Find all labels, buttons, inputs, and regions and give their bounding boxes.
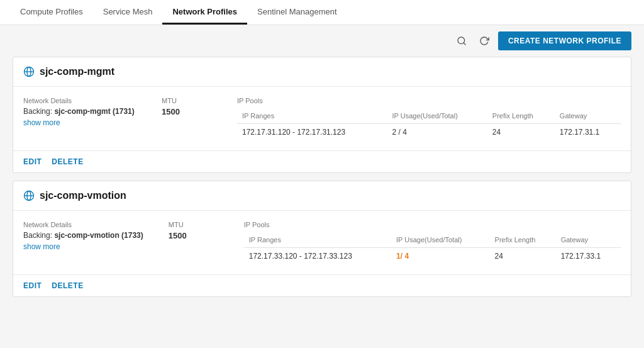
profile-body-1: Network Details Backing: sjc-comp-mgmt (… — [13, 87, 631, 150]
col-ip-usage-2: IP Usage(Used/Total) — [391, 233, 490, 248]
ip-usage-value-1: 2 / 4 — [387, 124, 487, 141]
ip-pools-section-1: IP Pools IP Ranges IP Usage(Used/Total) … — [237, 97, 621, 140]
col-ip-ranges-1: IP Ranges — [237, 109, 387, 124]
profile-footer-1: EDIT DELETE — [13, 150, 631, 172]
ip-table-2: IP Ranges IP Usage(Used/Total) Prefix Le… — [244, 233, 621, 264]
mtu-label-1: MTU — [162, 97, 212, 104]
profile-title-2: sjc-comp-vmotion — [40, 190, 126, 201]
backing-label-2: Backing: — [23, 231, 52, 240]
col-gateway-1: Gateway — [555, 109, 621, 124]
top-nav: Compute Profiles Service Mesh Network Pr… — [0, 0, 644, 25]
ip-ranges-value-1: 172.17.31.120 - 172.17.31.123 — [237, 124, 387, 141]
mtu-label-2: MTU — [169, 221, 219, 228]
col-prefix-length-2: Prefix Length — [490, 233, 556, 248]
show-more-link-1[interactable]: show more — [23, 118, 136, 127]
backing-name-1: sjc-comp-mgmt (1731) — [54, 107, 134, 116]
tab-sentinel-management[interactable]: Sentinel Management — [247, 1, 347, 25]
col-ip-usage-1: IP Usage(Used/Total) — [387, 109, 487, 124]
delete-button-2[interactable]: DELETE — [52, 281, 83, 290]
profile-header-2: sjc-comp-vmotion — [13, 181, 631, 211]
profile-title-1: sjc-comp-mgmt — [40, 66, 114, 77]
network-details-label-1: Network Details — [23, 97, 136, 104]
backing-label-1: Backing: — [23, 107, 52, 116]
col-gateway-2: Gateway — [556, 233, 621, 248]
ip-pools-section-2: IP Pools IP Ranges IP Usage(Used/Total) … — [244, 221, 621, 264]
show-more-link-2[interactable]: show more — [23, 242, 143, 251]
svg-line-1 — [464, 43, 465, 45]
network-details-label-2: Network Details — [23, 221, 143, 228]
network-details-2: Network Details Backing: sjc-comp-vmotio… — [23, 221, 143, 251]
backing-value-1: Backing: sjc-comp-mgmt (1731) — [23, 107, 136, 116]
network-profile-icon-1 — [23, 66, 35, 77]
prefix-length-value-2: 24 — [490, 248, 556, 265]
delete-button-1[interactable]: DELETE — [52, 157, 83, 166]
gateway-value-2: 172.17.33.1 — [556, 248, 621, 265]
tab-compute-profiles[interactable]: Compute Profiles — [10, 1, 93, 25]
table-header-row-1: IP Ranges IP Usage(Used/Total) Prefix Le… — [237, 109, 621, 124]
gateway-value-1: 172.17.31.1 — [555, 124, 621, 141]
ip-pools-label-2: IP Pools — [244, 221, 621, 228]
mtu-section-1: MTU 1500 — [162, 97, 212, 116]
network-details-1: Network Details Backing: sjc-comp-mgmt (… — [23, 97, 136, 127]
mtu-value-1: 1500 — [162, 107, 212, 116]
col-ip-ranges-2: IP Ranges — [244, 233, 391, 248]
table-header-row-2: IP Ranges IP Usage(Used/Total) Prefix Le… — [244, 233, 621, 248]
ip-usage-value-2: 1/ 4 — [391, 248, 490, 265]
search-icon[interactable] — [453, 32, 470, 50]
col-prefix-length-1: Prefix Length — [487, 109, 555, 124]
mtu-value-2: 1500 — [169, 231, 219, 240]
profile-body-2: Network Details Backing: sjc-comp-vmotio… — [13, 211, 631, 274]
ip-table-1: IP Ranges IP Usage(Used/Total) Prefix Le… — [237, 109, 621, 140]
edit-button-1[interactable]: EDIT — [23, 157, 42, 166]
prefix-length-value-1: 24 — [487, 124, 555, 141]
network-profile-icon-2 — [23, 190, 35, 201]
ip-pools-label-1: IP Pools — [237, 97, 621, 104]
edit-button-2[interactable]: EDIT — [23, 281, 42, 290]
profile-card-sjc-comp-vmotion: sjc-comp-vmotion Network Details Backing… — [13, 181, 631, 297]
profile-footer-2: EDIT DELETE — [13, 274, 631, 296]
mtu-section-2: MTU 1500 — [169, 221, 219, 240]
ip-ranges-value-2: 172.17.33.120 - 172.17.33.123 — [244, 248, 391, 265]
table-row: 172.17.33.120 - 172.17.33.123 1/ 4 24 17… — [244, 248, 621, 265]
tab-service-mesh[interactable]: Service Mesh — [93, 1, 163, 25]
table-row: 172.17.31.120 - 172.17.31.123 2 / 4 24 1… — [237, 124, 621, 141]
content-area: sjc-comp-mgmt Network Details Backing: s… — [0, 57, 644, 317]
create-network-profile-button[interactable]: CREATE NETWORK PROFILE — [498, 31, 631, 50]
profile-header-1: sjc-comp-mgmt — [13, 57, 631, 87]
backing-name-2: sjc-comp-vmotion (1733) — [54, 231, 143, 240]
tab-network-profiles[interactable]: Network Profiles — [162, 1, 247, 25]
refresh-icon[interactable] — [475, 32, 493, 50]
profile-card-sjc-comp-mgmt: sjc-comp-mgmt Network Details Backing: s… — [13, 57, 631, 173]
backing-value-2: Backing: sjc-comp-vmotion (1733) — [23, 231, 143, 240]
toolbar: CREATE NETWORK PROFILE — [0, 25, 644, 57]
